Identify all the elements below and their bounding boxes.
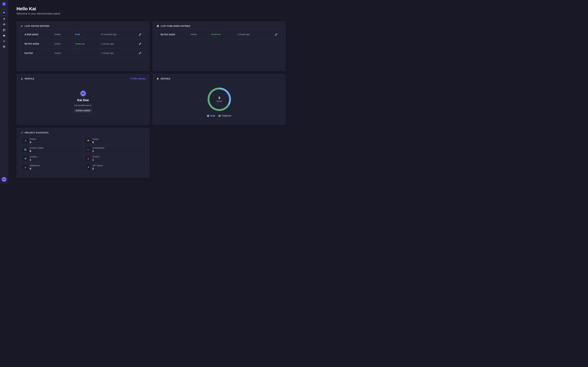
stat-locales: Locales 1 — [21, 154, 83, 163]
profile-name: Kai Doe — [77, 98, 89, 102]
entry-name: My first article — [161, 33, 190, 36]
avatar: KD — [80, 91, 86, 96]
table-row[interactable]: My first article Article Published 1 min… — [21, 39, 146, 48]
legend-label: Published — [222, 115, 231, 117]
cart-icon — [3, 40, 6, 42]
table-row[interactable]: My first article Article Published 1 min… — [157, 30, 282, 39]
panel-project-statistics: PROJECT STATISTICS Entries 3 — [17, 128, 150, 178]
entry-name: Kai Doe — [25, 52, 55, 54]
sidebar: KD — [0, 0, 8, 184]
status-empty: - — [73, 52, 101, 54]
stat-label: Entries — [30, 138, 36, 141]
entry-name: My first article — [25, 42, 55, 45]
panel-entries-chart: ENTRIES 3 entries Draft Published — [153, 74, 286, 125]
sidebar-item-media-library[interactable] — [1, 22, 7, 27]
sidebar-item-deploy[interactable] — [1, 33, 7, 38]
stat-value: 1 — [30, 158, 37, 161]
stat-label: Admins — [92, 155, 99, 158]
stat-label: Components — [92, 147, 104, 150]
role-badge: SUPER ADMIN — [74, 109, 92, 112]
entry-name: A draft article — [25, 33, 55, 36]
layout-icon — [3, 29, 6, 32]
panel-title: LAST EDITED ENTRIES — [25, 25, 50, 27]
stat-content-types: Content-Types 6 — [21, 145, 83, 154]
stat-value: 1 — [92, 150, 104, 153]
panel-title: ENTRIES — [161, 78, 170, 80]
pencil-icon — [21, 25, 23, 27]
components-icon — [86, 147, 90, 152]
profile-settings-link[interactable]: Profile settings — [130, 77, 146, 80]
admins-icon — [86, 156, 90, 161]
entry-time: 1 minute ago — [101, 42, 139, 45]
stat-value: 2 — [92, 167, 103, 170]
sidebar-item-settings[interactable] — [1, 44, 7, 50]
table-row[interactable]: A draft article Article Draft 20 seconds… — [21, 30, 146, 39]
stat-entries: Entries 3 — [21, 136, 83, 145]
stat-value: 1 — [92, 158, 99, 161]
check-circle-icon — [157, 25, 159, 27]
stat-components: Components 1 — [83, 145, 146, 154]
gear-icon — [3, 45, 6, 48]
stat-label: Content-Types — [30, 147, 43, 150]
entry-type: Article — [55, 33, 73, 35]
edit-pencil-icon[interactable] — [139, 42, 142, 45]
sidebar-item-marketplace[interactable] — [1, 38, 7, 44]
status-badge: Draft — [73, 32, 81, 36]
stat-value: 6 — [30, 150, 43, 153]
draft-swatch — [207, 115, 209, 117]
entries-count-label: entries — [216, 100, 222, 102]
stat-assets: Assets 0 — [83, 136, 146, 145]
cloud-icon — [3, 34, 6, 37]
images-icon — [3, 23, 6, 26]
entries-count: 3 — [218, 96, 220, 100]
last-edited-table: A draft article Article Draft 20 seconds… — [20, 30, 146, 58]
page-subtitle: Welcome to your administration panel — [17, 12, 60, 15]
stat-value: 0 — [92, 141, 99, 144]
strapi-logo[interactable] — [2, 2, 6, 6]
stat-label: Webhooks — [30, 164, 40, 167]
stat-admins: Admins 1 — [83, 154, 146, 163]
edit-pencil-icon[interactable] — [275, 33, 278, 36]
entry-type: Article — [55, 42, 73, 45]
entry-time: 1 minute ago — [101, 52, 139, 54]
sidebar-divider-bottom — [0, 175, 8, 175]
stat-label: Assets — [92, 138, 99, 141]
sidebar-item-content-type-builder[interactable] — [1, 27, 7, 33]
content-types-icon — [23, 147, 28, 152]
trend-icon — [21, 132, 23, 134]
entries-icon — [23, 139, 28, 143]
api-tokens-icon — [86, 165, 90, 170]
sidebar-item-content-manager[interactable] — [1, 16, 7, 22]
panel-last-published-entries: LAST PUBLISHED ENTRIES My first article … — [153, 21, 286, 71]
legend-item-published: Published — [218, 115, 231, 117]
stat-api-tokens: API Tokens 2 — [83, 163, 146, 172]
legend-label: Draft — [210, 115, 215, 117]
panel-title: LAST PUBLISHED ENTRIES — [161, 25, 190, 27]
profile-email: kai.doe@strapi.io — [75, 104, 92, 107]
sidebar-item-home[interactable] — [1, 10, 7, 15]
edit-pencil-icon[interactable] — [139, 33, 142, 36]
stat-webhooks: Webhooks 0 — [21, 163, 83, 172]
stat-value: 3 — [30, 141, 36, 144]
edit-pencil-icon[interactable] — [139, 51, 142, 54]
stat-label: Locales — [30, 155, 37, 158]
last-published-table: My first article Article Published 1 min… — [156, 30, 282, 39]
entry-type: Article — [190, 33, 209, 35]
person-icon — [21, 77, 23, 80]
legend-item-draft: Draft — [207, 115, 215, 117]
published-swatch — [218, 115, 221, 117]
panel-title: PROFILE — [25, 78, 34, 80]
stat-value: 0 — [30, 167, 40, 170]
locales-icon — [23, 156, 28, 161]
panel-title: PROJECT STATISTICS — [25, 132, 49, 134]
entry-time: 1 minute ago — [237, 33, 275, 35]
stats-grid: Entries 3 Assets 0 — [20, 136, 146, 172]
page-title: Hello Kai — [17, 6, 36, 11]
panel-profile: PROFILE Profile settings KD Kai Doe kai.… — [17, 74, 150, 125]
feather-icon — [3, 18, 6, 20]
webhooks-icon — [23, 165, 28, 170]
user-avatar[interactable]: KD — [2, 177, 6, 182]
table-row[interactable]: Kai Doe Author - 1 minute ago — [21, 48, 146, 58]
puzzle-icon — [157, 77, 159, 80]
status-badge: Published — [73, 42, 87, 46]
